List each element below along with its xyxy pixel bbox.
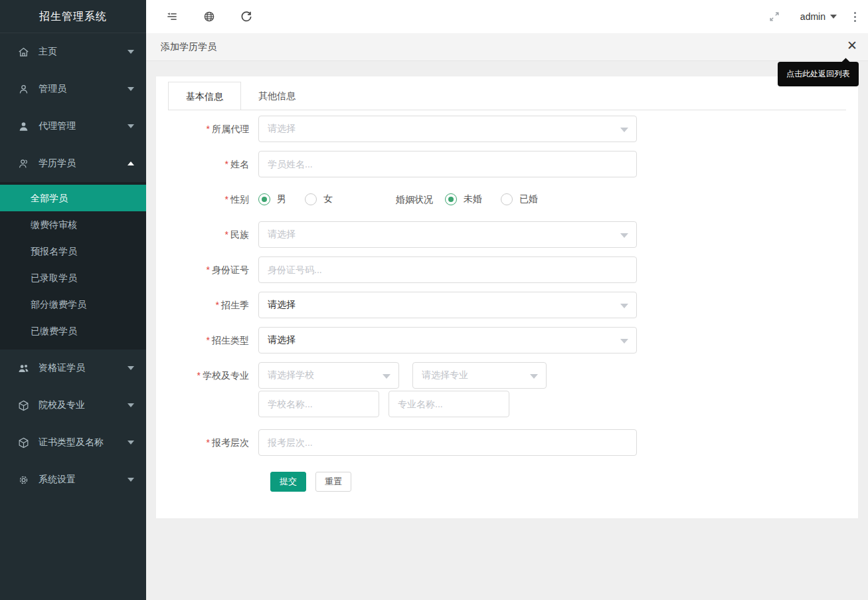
field-row-enroll-type: *招生类型 请选择 — [168, 327, 858, 353]
kebab-menu-icon[interactable] — [854, 12, 856, 22]
user-menu[interactable]: admin — [800, 11, 837, 22]
required-mark: * — [225, 159, 228, 169]
nation-select[interactable]: 请选择 — [258, 221, 637, 248]
fullscreen-icon[interactable] — [766, 8, 783, 25]
academic-students-submenu: 全部学员 缴费待审核 预报名学员 已录取学员 部分缴费学员 已缴费学员 — [0, 182, 146, 350]
radio-label: 女 — [323, 193, 333, 205]
level-input[interactable] — [258, 429, 637, 456]
sidebar-item-label: 证书类型及名称 — [39, 437, 104, 449]
form-actions: 提交 重置 — [270, 472, 858, 492]
id-number-input[interactable] — [258, 256, 637, 283]
marital-radio-married[interactable]: 已婚 — [501, 193, 538, 205]
student-name-input[interactable] — [258, 151, 637, 177]
radio-icon — [501, 193, 513, 205]
required-mark: * — [207, 335, 210, 346]
marital-status-label: 婚姻状况 — [396, 186, 433, 213]
form-tabs: 基本信息 其他信息 — [168, 82, 846, 110]
field-label: *学校及专业 — [168, 362, 258, 389]
sidebar: 招生管理系统 主页 管理员 代理管理 — [0, 0, 146, 600]
chevron-down-icon — [128, 403, 134, 407]
sidebar-nav: 主页 管理员 代理管理 学历学员 — [0, 33, 146, 600]
submenu-item-paid[interactable]: 已缴费学员 — [0, 318, 146, 344]
field-label: *招生季 — [168, 292, 258, 318]
chevron-down-icon — [128, 441, 134, 445]
marital-radio-single[interactable]: 未婚 — [445, 193, 482, 205]
required-mark: * — [216, 300, 219, 310]
field-row-school-major: *学校及专业 请选择学校 请选择专业 — [168, 362, 858, 417]
sidebar-item-agents[interactable]: 代理管理 — [0, 108, 146, 145]
app-root: 招生管理系统 主页 管理员 代理管理 — [0, 0, 868, 600]
close-tooltip-text: 点击此处返回列表 — [786, 69, 850, 78]
field-label: *报考层次 — [168, 429, 258, 456]
main-area: admin 添加学历学员 ✕ 点击此处返回列表 基本信息 其他信息 — [146, 0, 868, 600]
tab-other-info[interactable]: 其他信息 — [241, 82, 313, 110]
users-icon — [16, 361, 31, 375]
select-value: 请选择 — [268, 299, 296, 311]
school-name-input[interactable] — [258, 391, 379, 417]
agent-select[interactable]: 请选择 — [258, 116, 637, 142]
sidebar-item-certificate-types[interactable]: 证书类型及名称 — [0, 424, 146, 461]
required-mark: * — [225, 194, 228, 205]
gender-radio-female[interactable]: 女 — [305, 193, 333, 205]
close-tooltip: 点击此处返回列表 — [778, 62, 859, 86]
cube-icon — [16, 435, 31, 450]
radio-label: 男 — [277, 193, 286, 205]
major-select[interactable]: 请选择专业 — [412, 362, 547, 389]
chevron-down-icon — [128, 478, 134, 482]
tab-basic-info[interactable]: 基本信息 — [168, 82, 241, 110]
page-title: 添加学历学员 — [161, 41, 217, 53]
caret-down-icon — [620, 233, 628, 238]
caret-down-icon — [530, 374, 538, 379]
refresh-icon[interactable] — [238, 8, 255, 25]
submenu-item-all-students[interactable]: 全部学员 — [0, 185, 146, 211]
chevron-down-icon — [830, 15, 837, 19]
caret-down-icon — [620, 128, 628, 132]
page-title-bar: 添加学历学员 ✕ 点击此处返回列表 — [146, 33, 868, 61]
radio-icon — [258, 193, 270, 205]
sidebar-item-admins[interactable]: 管理员 — [0, 70, 146, 108]
topbar-left — [163, 8, 255, 25]
reset-button[interactable]: 重置 — [315, 472, 351, 492]
field-row-nation: *民族 请选择 — [168, 221, 858, 248]
season-select[interactable]: 请选择 — [258, 292, 637, 318]
close-icon[interactable]: ✕ — [847, 39, 857, 52]
home-icon — [16, 45, 31, 59]
sidebar-item-academic-students[interactable]: 学历学员 — [0, 145, 146, 182]
submenu-item-partial-paid[interactable]: 部分缴费学员 — [0, 291, 146, 318]
content-area: 基本信息 其他信息 *所属代理 请选择 — [146, 61, 868, 600]
school-select[interactable]: 请选择学校 — [258, 362, 399, 389]
field-label: *招生类型 — [168, 327, 258, 353]
sidebar-item-system-settings[interactable]: 系统设置 — [0, 461, 146, 498]
field-row-name: *姓名 — [168, 151, 858, 177]
select-placeholder: 请选择 — [268, 229, 296, 241]
gear-icon — [16, 472, 31, 487]
topbar: admin — [146, 0, 868, 33]
field-label: *民族 — [168, 221, 258, 248]
required-mark: * — [225, 229, 228, 240]
submit-button[interactable]: 提交 — [270, 472, 306, 492]
submenu-item-admitted[interactable]: 已录取学员 — [0, 264, 146, 291]
form-card: 基本信息 其他信息 *所属代理 请选择 — [156, 76, 858, 518]
major-name-input[interactable] — [389, 391, 509, 417]
cube-icon — [16, 398, 31, 413]
chevron-down-icon — [128, 124, 134, 128]
field-row-id-number: *身份证号 — [168, 256, 858, 283]
radio-icon — [445, 193, 457, 205]
sidebar-item-certificate-students[interactable]: 资格证学员 — [0, 350, 146, 387]
required-mark: * — [207, 124, 210, 134]
enroll-type-select[interactable]: 请选择 — [258, 327, 637, 353]
field-label: *姓名 — [168, 151, 258, 177]
submenu-item-payment-review[interactable]: 缴费待审核 — [0, 211, 146, 238]
gender-radio-male[interactable]: 男 — [258, 193, 286, 205]
caret-down-icon — [383, 374, 391, 379]
sidebar-item-label: 资格证学员 — [39, 362, 85, 374]
language-globe-icon[interactable] — [201, 8, 218, 25]
collapse-sidebar-icon[interactable] — [163, 8, 181, 25]
sidebar-item-label: 代理管理 — [39, 120, 76, 132]
sidebar-item-home[interactable]: 主页 — [0, 33, 146, 70]
username: admin — [800, 11, 825, 22]
app-title: 招生管理系统 — [0, 0, 146, 33]
submenu-item-preregistered[interactable]: 预报名学员 — [0, 238, 146, 264]
sidebar-item-schools-majors[interactable]: 院校及专业 — [0, 387, 146, 424]
chevron-down-icon — [128, 366, 134, 370]
